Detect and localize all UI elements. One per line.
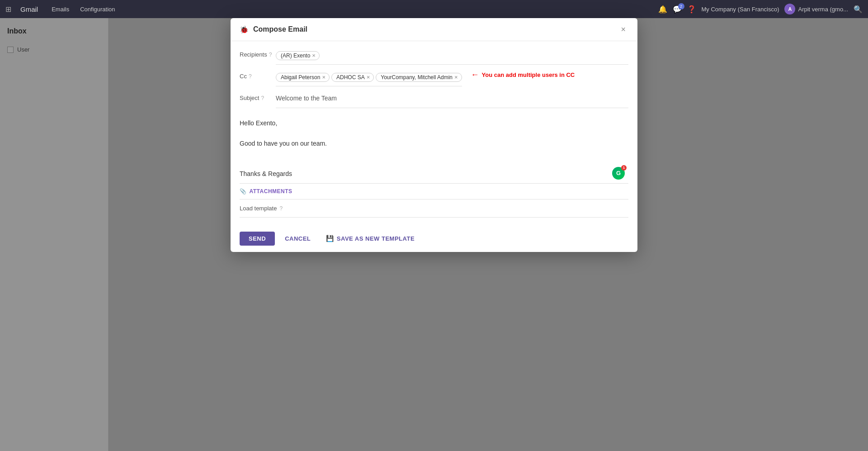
- apps-icon[interactable]: ⊞: [5, 5, 11, 14]
- body-line1: Hello Exento,: [240, 118, 628, 128]
- cc-label: Cc ?: [240, 70, 276, 80]
- modal-close-button[interactable]: ×: [618, 24, 628, 34]
- arrow-icon: ←: [471, 70, 479, 80]
- body-line3: Good to have you on our team.: [240, 138, 628, 148]
- load-template-help[interactable]: ?: [279, 205, 283, 212]
- recipients-label: Recipients ?: [240, 48, 276, 58]
- recipient-tag-label: (AR) Exento: [281, 52, 310, 59]
- attachments-button[interactable]: 📎 ATTACHMENTS: [240, 188, 628, 195]
- paperclip-icon: 📎: [240, 188, 247, 195]
- grammarly-icon[interactable]: G 1: [612, 167, 625, 180]
- modal-overlay: 🐞 Compose Email × Recipients ? (AR) Exen…: [0, 18, 868, 451]
- topbar-right: 🔔 💬 2 ❓ My Company (San Francisco) A Arp…: [658, 4, 863, 14]
- user-name: Arpit verma (gmo...: [798, 6, 848, 13]
- email-body[interactable]: Hello Exento, Good to have you on our te…: [240, 118, 628, 179]
- body-line5: [240, 159, 628, 169]
- body-line2: [240, 128, 628, 138]
- user-menu[interactable]: A Arpit verma (gmo...: [784, 4, 848, 14]
- help-icon[interactable]: ❓: [687, 5, 696, 14]
- recipient-tag-exento: (AR) Exento ×: [276, 51, 320, 60]
- recipients-content[interactable]: (AR) Exento ×: [276, 48, 628, 65]
- modal-header: 🐞 Compose Email ×: [231, 18, 637, 41]
- modal-footer: SEND CANCEL 💾 SAVE AS NEW TEMPLATE: [231, 225, 637, 252]
- cc-row-content: Abigail Peterson × ADHOC SA × YourCompan…: [276, 70, 628, 86]
- bell-icon[interactable]: 🔔: [658, 5, 667, 14]
- cc-tag-mitchell-remove[interactable]: ×: [454, 74, 458, 80]
- compose-icon: 🐞: [240, 25, 249, 34]
- search-icon[interactable]: 🔍: [854, 5, 863, 14]
- cc-tag-adhoc: ADHOC SA ×: [331, 73, 374, 82]
- subject-help[interactable]: ?: [261, 95, 264, 101]
- subject-value: Welcome to the Team: [276, 95, 337, 102]
- compose-email-modal: 🐞 Compose Email × Recipients ? (AR) Exen…: [231, 18, 637, 252]
- send-button[interactable]: SEND: [240, 232, 275, 246]
- cc-tag-adhoc-remove[interactable]: ×: [367, 74, 370, 80]
- cc-content[interactable]: Abigail Peterson × ADHOC SA × YourCompan…: [276, 70, 462, 86]
- chat-icon[interactable]: 💬 2: [673, 5, 682, 14]
- annotation-text: You can add multiple users in CC: [482, 71, 575, 78]
- email-body-area[interactable]: Hello Exento, Good to have you on our te…: [240, 114, 628, 184]
- recipients-help[interactable]: ?: [269, 52, 272, 58]
- avatar: A: [784, 4, 795, 14]
- attachments-label: ATTACHMENTS: [250, 188, 292, 195]
- save-icon: 💾: [326, 235, 334, 242]
- cc-tag-abigail-label: Abigail Peterson: [281, 74, 320, 81]
- body-line4: [240, 148, 628, 158]
- cc-tag-abigail: Abigail Peterson ×: [276, 73, 330, 82]
- save-template-label: SAVE AS NEW TEMPLATE: [337, 235, 415, 242]
- load-template-row: Load template ?: [240, 199, 628, 218]
- modal-title: Compose Email: [253, 25, 307, 33]
- cc-annotation: ← You can add multiple users in CC: [471, 70, 575, 80]
- cc-tag-mitchell: YourCompany, Mitchell Admin ×: [376, 73, 462, 82]
- cc-tag-mitchell-label: YourCompany, Mitchell Admin: [381, 74, 453, 81]
- cc-help[interactable]: ?: [249, 73, 252, 80]
- topbar: ⊞ Gmail Emails Configuration 🔔 💬 2 ❓ My …: [0, 0, 868, 18]
- recipient-tag-remove[interactable]: ×: [312, 52, 316, 58]
- attachments-section: 📎 ATTACHMENTS: [240, 184, 628, 199]
- save-as-new-template-button[interactable]: 💾 SAVE AS NEW TEMPLATE: [321, 231, 420, 246]
- nav-emails[interactable]: Emails: [47, 4, 74, 14]
- notification-badge: 2: [678, 3, 684, 9]
- company-name: My Company (San Francisco): [702, 6, 779, 13]
- subject-content[interactable]: Welcome to the Team: [276, 92, 628, 108]
- app-name: Gmail: [20, 5, 38, 13]
- load-template-label: Load template: [240, 205, 277, 212]
- modal-body: Recipients ? (AR) Exento × Cc ?: [231, 41, 637, 225]
- top-nav: Emails Configuration: [47, 4, 119, 14]
- body-line6: Thanks & Regards: [240, 169, 628, 179]
- subject-label: Subject ?: [240, 92, 276, 101]
- grammarly-button[interactable]: G 1: [612, 167, 625, 180]
- cancel-button[interactable]: CANCEL: [279, 232, 316, 246]
- modal-title-area: 🐞 Compose Email: [240, 25, 307, 34]
- cc-row: Cc ? Abigail Peterson × ADHOC SA ×: [240, 70, 628, 86]
- cc-tag-abigail-remove[interactable]: ×: [322, 74, 326, 80]
- recipients-row: Recipients ? (AR) Exento ×: [240, 48, 628, 65]
- nav-configuration[interactable]: Configuration: [75, 4, 119, 14]
- cc-tag-adhoc-label: ADHOC SA: [336, 74, 365, 81]
- subject-row: Subject ? Welcome to the Team: [240, 92, 628, 108]
